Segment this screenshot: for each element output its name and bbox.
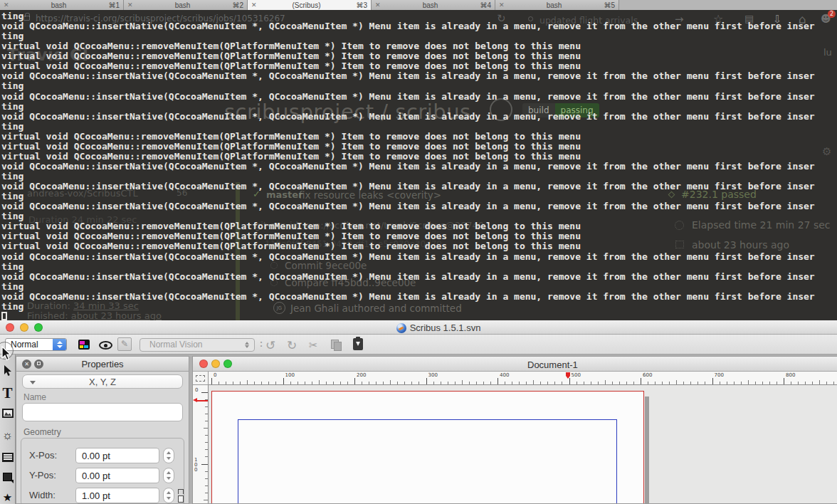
doc-minimize-button[interactable] [211,359,220,368]
terminal-tab-4[interactable]: ✕ bash ⌘4 [372,0,495,10]
scribus-window: Scribus 1.5.1.svn Normal ✎ Normal Vision… [0,320,837,504]
layer-select-stepper[interactable] [53,339,66,350]
tab-label: bash [385,1,475,9]
close-button[interactable] [6,323,14,332]
terminal-tab-2[interactable]: ✕ bash ⌘2 [124,0,248,10]
section-xyz[interactable]: X, Y, Z [22,374,183,389]
name-label: Name [23,392,46,402]
redo-button[interactable]: ↻ [287,338,297,353]
cut-button[interactable]: ✂ [309,339,318,352]
width-stepper[interactable] [163,488,174,503]
xpos-label: X-Pos: [29,448,72,463]
layer-select[interactable]: Normal [5,338,67,351]
width-input[interactable] [75,488,159,503]
preview-eye-icon[interactable] [99,341,112,350]
finished-value: about 23 hours ago [71,310,162,320]
notification-badge: 2 [828,10,836,18]
ypos-label: Y-Pos: [29,468,72,483]
tab-close-icon[interactable]: ✕ [127,1,137,9]
ruler-origin-corner[interactable] [193,372,209,385]
palette-title-bar: ✕ Properties [16,357,189,372]
tab-close-icon[interactable]: ✕ [499,1,509,9]
properties-palette: ✕ Properties X, Y, Z Name Geometry X-Pos… [16,356,189,504]
doc-zoom-button[interactable] [223,359,232,368]
finished-label: Finished: [27,310,68,320]
expander-triangle-icon [30,381,36,384]
vision-select-value: Normal Vision [149,340,202,350]
palette-title: Properties [16,359,189,369]
image-frame-tool[interactable] [2,409,14,418]
terminal-cursor [1,312,7,320]
tab-shortcut: ⌘5 [599,1,615,9]
doc-close-button[interactable] [199,359,208,368]
link-dimensions-icon[interactable] [177,489,185,504]
scribus-title-text: Scribus 1.5.1.svn [410,322,481,333]
section-xyz-label: X, Y, Z [89,377,116,387]
xpos-stepper[interactable] [163,448,174,463]
ypos-stepper[interactable] [163,468,174,483]
tab-label: bash [14,1,104,9]
terminal-tab-3-active[interactable]: ✕ (Scribus) ⌘3 [248,0,372,10]
vision-select[interactable]: Normal Vision [140,338,255,352]
polygon-tool[interactable]: ★ [0,491,15,504]
vertical-position-marker [193,398,208,403]
tab-close-icon[interactable]: ✕ [4,1,14,9]
scribus-toolbar: Normal ✎ Normal Vision : ↻ ↻ ✂ [0,335,837,355]
scribus-window-title: Scribus 1.5.1.svn [40,322,837,333]
toolbar-separator: : [260,339,263,349]
table-tool[interactable] [2,453,14,462]
xpos-input[interactable] [75,448,159,463]
render-frame-tool[interactable]: ☼ [0,429,15,443]
side-text: lu [823,47,832,58]
tab-shortcut: ⌘3 [352,1,367,9]
horizontal-ruler[interactable]: 0100200300400500600700800 [209,372,837,385]
copy-button[interactable] [331,340,342,351]
mouse-cursor [1,346,11,364]
scribus-main-area: T ☼ ★ ✕ Properties X, Y, Z Name Geometry [0,355,837,504]
tab-label: (Scribus) [261,1,352,9]
job-finished: Finished: about 23 hours ago [27,310,162,320]
document-title: Document-1 [527,359,578,370]
document-canvas[interactable] [209,385,837,504]
tab-shortcut: ⌘1 [104,1,120,9]
tab-label: bash [509,1,599,9]
tab-bar-filler [619,0,837,10]
tab-label: bash [137,1,228,9]
terminal-tab-5[interactable]: ✕ bash ⌘5 [495,0,619,10]
tab-close-icon[interactable]: ✕ [251,1,261,9]
ypos-input[interactable] [75,468,159,483]
desktop-screen: ✕ bash ⌘1 ✕ bash ⌘2 ✕ (Scribus) ⌘3 ✕ bas… [0,0,837,504]
settings-gear-icon: ⚙ [822,145,831,158]
width-label: Width: [29,488,72,503]
undo-button[interactable]: ↻ [265,338,275,353]
paste-button[interactable] [353,338,363,350]
terminal-output: ting void QCocoaMenu::insertNative(QCoco… [1,11,815,312]
tab-close-icon[interactable]: ✕ [375,1,385,9]
terminal-window[interactable]: https://travis-ci.org/scribusproject/scr… [0,10,837,320]
edit-mode-button[interactable]: ✎ [117,337,132,351]
tool-strip: T ☼ ★ [0,355,16,504]
document-window: Document-1 0100200300400500600700800 01 … [192,356,837,504]
color-management-icon[interactable] [78,340,90,350]
scribus-app-icon [396,323,406,333]
scribus-title-bar: Scribus 1.5.1.svn [0,320,837,335]
layer-select-value: Normal [11,340,38,350]
minimize-button[interactable] [20,323,28,332]
tab-shortcut: ⌘4 [475,1,491,9]
shape-tool[interactable] [3,473,12,481]
page-margin-guides [238,419,617,504]
geometry-label: Geometry [23,427,61,437]
name-input[interactable] [22,403,183,421]
terminal-tab-bar: ✕ bash ⌘1 ✕ bash ⌘2 ✕ (Scribus) ⌘3 ✕ bas… [0,0,837,10]
tab-shortcut: ⌘2 [228,1,243,9]
text-frame-tool[interactable]: T [0,384,15,402]
select-tool[interactable] [0,364,15,379]
document-title-bar: Document-1 [193,357,837,372]
terminal-tab-1[interactable]: ✕ bash ⌘1 [0,0,124,10]
vertical-ruler[interactable]: 01 0 0 [193,385,209,504]
page-shadow [645,397,649,504]
